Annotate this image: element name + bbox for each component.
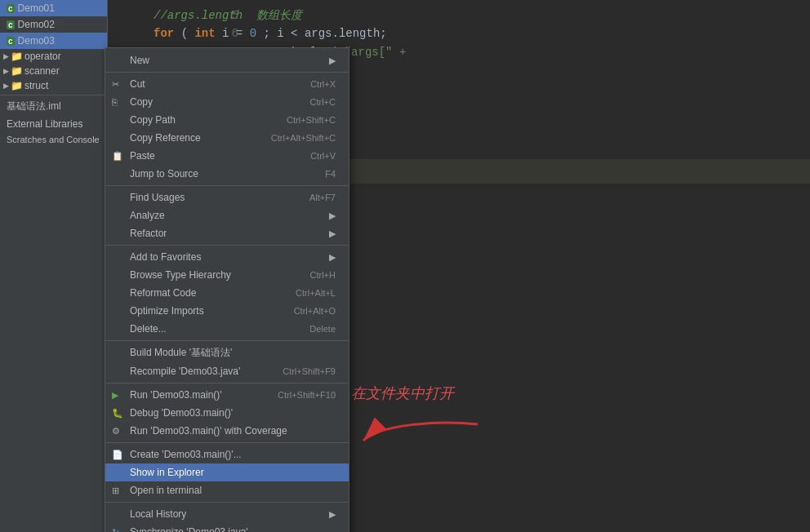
menu-item-find-usages[interactable]: Find Usages Alt+F7 <box>105 188 349 206</box>
menu-item-copy-reference[interactable]: Copy Reference Ctrl+Alt+Shift+C <box>105 129 349 147</box>
create-icon: 📄 <box>112 450 123 460</box>
menu-separator <box>105 185 349 186</box>
menu-item-browse-type-hierarchy[interactable]: Browse Type Hierarchy Ctrl+H <box>105 266 349 284</box>
menu-separator <box>105 383 349 383</box>
menu-separator <box>105 502 349 503</box>
debug-icon: 🐛 <box>112 408 123 419</box>
sidebar-item-demo03[interactable]: c Demo03 <box>0 33 107 49</box>
folder-icon: 📁 <box>11 80 23 91</box>
sidebar-item-iml[interactable]: 基础语法.iml <box>0 97 107 116</box>
code-line-6: 6 for ( int i = 0 ; i < args.length; <box>154 24 797 42</box>
sidebar-item-scratches[interactable]: Scratches and Console <box>0 132 107 147</box>
menu-item-recompile[interactable]: Recompile 'Demo03.java' Ctrl+Shift+F9 <box>105 362 349 380</box>
menu-item-debug[interactable]: 🐛 Debug 'Demo03.main()' <box>105 404 349 422</box>
sidebar: c Demo01 c Demo02 c Demo03 ▶ 📁 operator … <box>0 0 108 532</box>
copy-icon: ⎘ <box>112 97 118 107</box>
red-arrow <box>355 416 486 457</box>
menu-item-paste[interactable]: 📋 Paste Ctrl+V <box>105 147 349 165</box>
cut-icon: ✂ <box>112 79 119 90</box>
menu-item-refactor[interactable]: Refactor ▶ <box>105 224 349 242</box>
menu-separator <box>105 245 349 246</box>
sync-icon: ↻ <box>112 527 119 533</box>
menu-separator <box>105 340 349 341</box>
line-number: 6 <box>222 24 238 42</box>
menu-item-jump-to-source[interactable]: Jump to Source F4 <box>105 165 349 183</box>
class-icon: c <box>7 4 15 13</box>
menu-item-open-terminal[interactable]: ⊞ Open in terminal <box>105 481 349 499</box>
sidebar-item-demo02[interactable]: c Demo02 <box>0 16 107 33</box>
coverage-icon: ⚙ <box>112 426 120 437</box>
folder-icon: 📁 <box>11 65 23 77</box>
menu-item-show-in-explorer[interactable]: Show in Explorer <box>105 463 349 481</box>
menu-item-reformat-code[interactable]: Reformat Code Ctrl+Alt+L <box>105 284 349 302</box>
menu-item-run[interactable]: ▶ Run 'Demo03.main()' Ctrl+Shift+F10 <box>105 386 349 404</box>
menu-item-delete[interactable]: Delete... Delete <box>105 320 349 338</box>
run-icon: ▶ <box>112 390 118 401</box>
menu-item-cut[interactable]: ✂ Cut Ctrl+X <box>105 75 349 93</box>
menu-item-copy-path[interactable]: Copy Path Ctrl+Shift+C <box>105 111 349 129</box>
menu-separator <box>105 72 349 73</box>
expand-icon: ▶ <box>3 52 9 60</box>
menu-item-optimize-imports[interactable]: Optimize Imports Ctrl+Alt+O <box>105 302 349 320</box>
menu-item-local-history[interactable]: Local History ▶ <box>105 505 349 523</box>
terminal-icon: ⊞ <box>112 485 119 496</box>
sidebar-group-operator[interactable]: ▶ 📁 operator <box>0 49 107 64</box>
menu-item-create[interactable]: 📄 Create 'Demo03.main()'... <box>105 446 349 463</box>
context-menu: New ▶ ✂ Cut Ctrl+X ⎘ Copy Ctrl+C Copy Pa… <box>105 47 349 532</box>
line-number: 5 <box>222 7 238 24</box>
annotation-text: 在文件夹中打开 <box>351 383 454 403</box>
expand-icon: ▶ <box>3 67 9 75</box>
expand-icon: ▶ <box>3 82 9 90</box>
menu-item-build-module[interactable]: Build Module '基础语法' <box>105 344 349 362</box>
menu-item-synchronize[interactable]: ↻ Synchronize 'Demo03.java' <box>105 523 349 532</box>
sidebar-group-struct[interactable]: ▶ 📁 struct <box>0 78 107 93</box>
menu-separator <box>105 442 349 443</box>
code-text: for ( int i = 0 ; i < args.length; <box>154 24 387 42</box>
sidebar-item-external-libs[interactable]: External Libraries <box>0 116 107 132</box>
sidebar-item-demo01[interactable]: c Demo01 <box>0 0 107 16</box>
class-icon: c <box>7 37 15 46</box>
sidebar-group-scanner[interactable]: ▶ 📁 scanner <box>0 64 107 78</box>
menu-item-add-to-favorites[interactable]: Add to Favorites ▶ <box>105 248 349 266</box>
class-icon: c <box>7 20 15 29</box>
menu-item-run-coverage[interactable]: ⚙ Run 'Demo03.main()' with Coverage <box>105 422 349 440</box>
menu-item-analyze[interactable]: Analyze ▶ <box>105 206 349 224</box>
folder-icon: 📁 <box>11 51 23 62</box>
paste-icon: 📋 <box>112 151 123 162</box>
menu-item-copy[interactable]: ⎘ Copy Ctrl+C <box>105 93 349 111</box>
menu-item-new[interactable]: New ▶ <box>105 51 349 69</box>
code-line-5: 5 //args.length 数组长度 <box>154 7 797 24</box>
